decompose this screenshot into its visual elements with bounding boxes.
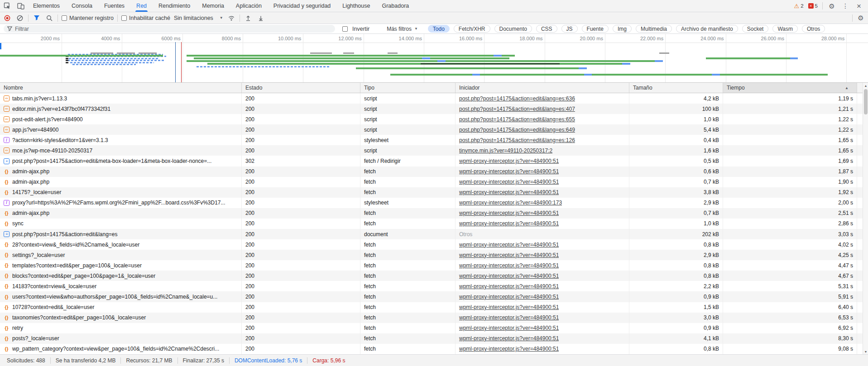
initiator-link[interactable]: wpml-proxy-interceptor.js?ver=484900:51 [459, 314, 559, 321]
chip-socket[interactable]: Socket [742, 25, 769, 33]
tab-privacidad-y-seguridad[interactable]: Privacidad y seguridad [269, 0, 335, 12]
chip-js[interactable]: JS [561, 25, 578, 33]
initiator-link[interactable]: wpml-proxy-interceptor.js?ver=484900:51 [459, 158, 559, 164]
column-header-iniciador[interactable]: Iniciador [456, 83, 629, 93]
table-row[interactable]: {}28?context=view&_fields=id%2Cname&_loc… [0, 239, 868, 250]
chip-fuente[interactable]: Fuente [582, 25, 609, 33]
initiator-link[interactable]: wpml-proxy-interceptor.js?ver=484900:51 [459, 242, 559, 248]
column-header-estado[interactable]: Estado [242, 83, 360, 93]
filter-input[interactable]: Filtrar [4, 25, 335, 33]
errors-badge[interactable]: × 5 [808, 3, 818, 9]
initiator-link[interactable]: wpml-proxy-interceptor.js?ver=484900:51 [459, 220, 559, 227]
initiator-link[interactable]: post.php?post=14175&action=edit&lang=es:… [459, 127, 575, 133]
table-row[interactable]: ‹›app.js?ver=484900200scriptpost.php?pos… [0, 124, 868, 135]
throttling-dropdown[interactable]: Sin limitaciones ▼ [174, 15, 223, 21]
column-header-tipo[interactable]: Tipo [360, 83, 456, 93]
disable-cache-checkbox[interactable] [121, 15, 127, 21]
more-options-icon[interactable]: ⋮ [841, 1, 850, 10]
initiator-link[interactable]: post.php?post=14175&action=edit&lang=es:… [459, 137, 575, 143]
table-row[interactable]: {}admin-ajax.php200fetchwpml-proxy-inter… [0, 208, 868, 219]
clear-network-log-icon[interactable] [15, 14, 24, 22]
table-row[interactable]: {}blocks?context=edit&per_page=100&page=… [0, 271, 868, 281]
table-row[interactable]: /?action=kirki-styles&editor=1&ver=3.1.3… [0, 135, 868, 145]
import-har-icon[interactable] [244, 14, 253, 22]
chip-img[interactable]: Img [613, 25, 632, 33]
table-row[interactable]: ‹›tabs.min.js?ver=1.13.3200scriptpost.ph… [0, 93, 868, 104]
chip-fetch-xhr[interactable]: Fetch/XHR [454, 25, 490, 33]
column-header-nombre[interactable]: Nombre [0, 83, 242, 93]
table-row[interactable]: {}taxonomies?context=edit&per_page=100&_… [0, 313, 868, 323]
network-overview-timeline[interactable]: 2000 ms4000 ms6000 ms8000 ms10.000 ms12.… [0, 34, 868, 83]
initiator-link[interactable]: wpml-proxy-interceptor.js?ver=484900:51 [459, 325, 559, 331]
network-settings-gear-icon[interactable]: ⚙ [856, 14, 865, 23]
vertical-scrollbar[interactable]: ▲ ▼ [863, 83, 868, 354]
chip-css[interactable]: CSS [536, 25, 557, 33]
table-row[interactable]: ≡post.php?post=14175&action=edit&lang=es… [0, 229, 868, 239]
settings-gear-icon[interactable]: ⚙ [827, 1, 836, 10]
initiator-link[interactable]: wpml-proxy-interceptor.js?ver=484900:51 [459, 273, 559, 279]
initiator-link[interactable]: wpml-proxy-interceptor.js?ver=484900:51 [459, 283, 559, 290]
table-row[interactable]: /proxy?url=https%3A%2F%2Fams.wpml.org%2F… [0, 198, 868, 208]
tab-fuentes[interactable]: Fuentes [100, 0, 129, 12]
search-icon[interactable] [45, 14, 54, 22]
tab-grabadora[interactable]: Grabadora [377, 0, 413, 12]
more-filters-dropdown[interactable]: Más filtros ▼ [387, 26, 418, 32]
record-network-log-icon[interactable] [3, 14, 12, 22]
export-har-icon[interactable] [256, 14, 265, 22]
tab-red[interactable]: Red [132, 0, 151, 12]
chip-archivo-de-manifiesto[interactable]: Archivo de manifiesto [676, 25, 738, 33]
table-row[interactable]: {}14183?context=view&_locale=user200fetc… [0, 281, 868, 291]
table-row[interactable]: {}14175?_locale=user200fetchwpml-proxy-i… [0, 187, 868, 198]
initiator-link[interactable]: wpml-proxy-interceptor.js?ver=484900:51 [459, 179, 559, 185]
table-row[interactable]: ‹›mce.js?wp-mce-49110-20250317200scriptt… [0, 145, 868, 156]
table-row[interactable]: ≡post.php?post=14175&action=edit&meta-bo… [0, 156, 868, 166]
table-row[interactable]: {}templates?context=edit&per_page=100&_l… [0, 260, 868, 271]
table-row[interactable]: {}admin-ajax.php200fetchwpml-proxy-inter… [0, 177, 868, 187]
tab-memoria[interactable]: Memoria [197, 0, 229, 12]
initiator-link[interactable]: post.php?post=14175&action=edit&lang=es:… [459, 106, 575, 112]
chip-multimedia[interactable]: Multimedia [636, 25, 672, 33]
table-row[interactable]: {}wp_pattern_category?context=view&per_p… [0, 344, 868, 354]
initiator-link[interactable]: wpml-proxy-interceptor.js?ver=484900:51 [459, 168, 559, 175]
warnings-badge[interactable]: ⚠ 2 [794, 3, 804, 9]
preserve-log-checkbox[interactable] [62, 15, 67, 21]
initiator-link[interactable]: wpml-proxy-interceptor.js?ver=484900:173 [459, 200, 562, 206]
table-row[interactable]: ‹›post-edit-alert.js?ver=484900200script… [0, 114, 868, 124]
initiator-link[interactable]: wpml-proxy-interceptor.js?ver=484900:51 [459, 294, 559, 300]
close-devtools-icon[interactable]: × [854, 1, 863, 10]
initiator-link[interactable]: wpml-proxy-interceptor.js?ver=484900:51 [459, 210, 559, 216]
initiator-link[interactable]: wpml-proxy-interceptor.js?ver=484900:51 [459, 262, 559, 269]
table-row[interactable]: {}10728?context=edit&_locale=user200fetc… [0, 302, 868, 313]
table-row[interactable]: {}retry200fetchwpml-proxy-interceptor.js… [0, 323, 868, 333]
chip-todo[interactable]: Todo [428, 25, 450, 33]
tab-lighthouse[interactable]: Lighthouse [338, 0, 374, 12]
table-row[interactable]: {}users?context=view&who=authors&per_pag… [0, 291, 868, 302]
table-row[interactable]: {}admin-ajax.php200fetchwpml-proxy-inter… [0, 166, 868, 177]
tab-consola[interactable]: Consola [67, 0, 97, 12]
tab-elementos[interactable]: Elementos [29, 0, 64, 12]
scrollbar-thumb[interactable] [864, 89, 868, 114]
invert-checkbox[interactable] [342, 26, 348, 32]
device-toolbar-icon[interactable] [16, 1, 25, 10]
initiator-link[interactable]: wpml-proxy-interceptor.js?ver=484900:51 [459, 304, 559, 310]
inspect-element-icon[interactable] [3, 1, 12, 10]
chip-wasm[interactable]: Wasm [772, 25, 798, 33]
table-row[interactable]: ‹›editor.min.js?ver=e143f7bc0f4773342f31… [0, 104, 868, 114]
network-conditions-icon[interactable] [227, 14, 236, 22]
initiator-link[interactable]: wpml-proxy-interceptor.js?ver=484900:51 [459, 189, 559, 195]
table-row[interactable]: {}settings?_locale=user200fetchwpml-prox… [0, 250, 868, 260]
column-header-tiempo[interactable]: Tiempo▲ [723, 83, 857, 93]
table-row[interactable]: {}posts?_locale=user200fetchwpml-proxy-i… [0, 333, 868, 344]
tab-aplicaci-n[interactable]: Aplicación [231, 0, 266, 12]
scroll-down-arrow[interactable]: ▼ [863, 349, 868, 354]
initiator-link[interactable]: wpml-proxy-interceptor.js?ver=484900:51 [459, 346, 559, 352]
initiator-link[interactable]: tinymce.min.js?ver=49110-20250317:2 [459, 147, 552, 154]
scroll-up-arrow[interactable]: ▲ [863, 83, 868, 88]
table-row[interactable]: {}sync200fetchwpml-proxy-interceptor.js?… [0, 219, 868, 229]
chip-otros[interactable]: Otros [802, 25, 825, 33]
initiator-link[interactable]: post.php?post=14175&action=edit&lang=es:… [459, 116, 575, 123]
column-header-tamaño[interactable]: Tamaño [629, 83, 723, 93]
initiator-link[interactable]: wpml-proxy-interceptor.js?ver=484900:51 [459, 252, 559, 258]
filter-icon[interactable] [32, 14, 41, 22]
initiator-link[interactable]: wpml-proxy-interceptor.js?ver=484900:51 [459, 335, 559, 342]
